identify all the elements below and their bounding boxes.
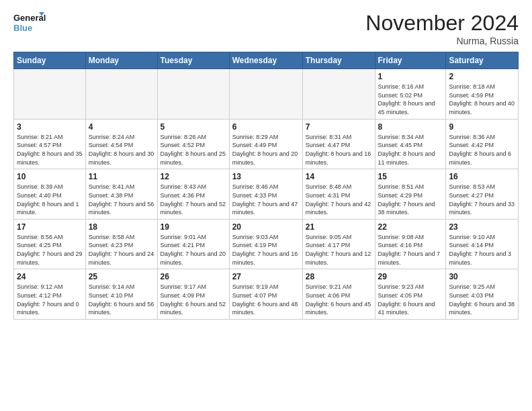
day-info: Sunrise: 8:29 AM Sunset: 4:49 PM Dayligh… bbox=[232, 133, 300, 167]
day-info: Sunrise: 8:39 AM Sunset: 4:40 PM Dayligh… bbox=[17, 183, 83, 216]
table-row: 19Sunrise: 9:01 AM Sunset: 4:21 PM Dayli… bbox=[157, 219, 229, 269]
day-number: 10 bbox=[17, 171, 83, 182]
table-row: 22Sunrise: 9:08 AM Sunset: 4:16 PM Dayli… bbox=[375, 219, 446, 269]
day-number: 17 bbox=[17, 222, 83, 232]
day-number: 24 bbox=[17, 271, 83, 282]
table-row: 24Sunrise: 9:12 AM Sunset: 4:12 PM Dayli… bbox=[14, 269, 86, 320]
day-info: Sunrise: 8:34 AM Sunset: 4:45 PM Dayligh… bbox=[378, 133, 443, 167]
day-number: 9 bbox=[449, 122, 515, 132]
day-info: Sunrise: 8:43 AM Sunset: 4:36 PM Dayligh… bbox=[161, 183, 226, 216]
col-tuesday: Tuesday bbox=[157, 52, 229, 69]
day-info: Sunrise: 9:10 AM Sunset: 4:14 PM Dayligh… bbox=[449, 233, 515, 267]
day-number: 20 bbox=[232, 222, 300, 232]
day-info: Sunrise: 8:26 AM Sunset: 4:52 PM Dayligh… bbox=[161, 133, 226, 167]
day-info: Sunrise: 8:21 AM Sunset: 4:57 PM Dayligh… bbox=[17, 133, 83, 167]
day-number: 13 bbox=[232, 171, 300, 182]
day-number: 12 bbox=[161, 171, 226, 182]
calendar-week-row: 17Sunrise: 8:56 AM Sunset: 4:25 PM Dayli… bbox=[14, 219, 519, 269]
day-info: Sunrise: 9:05 AM Sunset: 4:17 PM Dayligh… bbox=[306, 233, 372, 267]
table-row bbox=[14, 69, 86, 120]
day-number: 6 bbox=[232, 122, 300, 132]
table-row: 21Sunrise: 9:05 AM Sunset: 4:17 PM Dayli… bbox=[302, 219, 375, 269]
table-row: 10Sunrise: 8:39 AM Sunset: 4:40 PM Dayli… bbox=[14, 169, 86, 220]
table-row: 1Sunrise: 8:16 AM Sunset: 5:02 PM Daylig… bbox=[375, 69, 446, 120]
day-info: Sunrise: 8:41 AM Sunset: 4:38 PM Dayligh… bbox=[89, 183, 154, 216]
page-header: General Blue November 2024 Nurma, Russia bbox=[13, 11, 519, 46]
day-number: 19 bbox=[161, 222, 226, 232]
table-row bbox=[85, 69, 157, 120]
title-block: November 2024 Nurma, Russia bbox=[365, 11, 519, 46]
day-info: Sunrise: 9:23 AM Sunset: 4:05 PM Dayligh… bbox=[378, 283, 443, 316]
day-number: 23 bbox=[449, 222, 515, 232]
table-row bbox=[229, 69, 302, 120]
day-info: Sunrise: 9:01 AM Sunset: 4:21 PM Dayligh… bbox=[161, 233, 226, 267]
day-number: 27 bbox=[232, 271, 300, 282]
table-row: 26Sunrise: 9:17 AM Sunset: 4:09 PM Dayli… bbox=[157, 269, 229, 320]
calendar-week-row: 10Sunrise: 8:39 AM Sunset: 4:40 PM Dayli… bbox=[14, 169, 519, 220]
day-info: Sunrise: 8:18 AM Sunset: 4:59 PM Dayligh… bbox=[449, 83, 515, 116]
calendar-week-row: 1Sunrise: 8:16 AM Sunset: 5:02 PM Daylig… bbox=[14, 69, 519, 120]
day-number: 28 bbox=[306, 271, 372, 282]
day-number: 3 bbox=[17, 122, 83, 132]
calendar-week-row: 24Sunrise: 9:12 AM Sunset: 4:12 PM Dayli… bbox=[14, 269, 519, 320]
day-info: Sunrise: 9:12 AM Sunset: 4:12 PM Dayligh… bbox=[17, 283, 83, 316]
day-number: 15 bbox=[378, 171, 443, 182]
day-info: Sunrise: 8:36 AM Sunset: 4:42 PM Dayligh… bbox=[449, 133, 515, 167]
day-number: 29 bbox=[378, 271, 443, 282]
day-number: 25 bbox=[89, 271, 154, 282]
logo: General Blue bbox=[13, 11, 47, 35]
table-row: 3Sunrise: 8:21 AM Sunset: 4:57 PM Daylig… bbox=[14, 119, 86, 169]
day-info: Sunrise: 8:53 AM Sunset: 4:27 PM Dayligh… bbox=[449, 183, 515, 216]
calendar-table: Sunday Monday Tuesday Wednesday Thursday… bbox=[13, 52, 519, 320]
day-info: Sunrise: 9:03 AM Sunset: 4:19 PM Dayligh… bbox=[232, 233, 300, 267]
day-info: Sunrise: 9:19 AM Sunset: 4:07 PM Dayligh… bbox=[232, 283, 300, 316]
table-row bbox=[157, 69, 229, 120]
location: Nurma, Russia bbox=[365, 36, 519, 46]
day-number: 7 bbox=[306, 122, 372, 132]
day-number: 5 bbox=[161, 122, 226, 132]
day-number: 1 bbox=[378, 71, 443, 82]
day-number: 22 bbox=[378, 222, 443, 232]
calendar-week-row: 3Sunrise: 8:21 AM Sunset: 4:57 PM Daylig… bbox=[14, 119, 519, 169]
calendar-header-row: Sunday Monday Tuesday Wednesday Thursday… bbox=[14, 52, 519, 69]
table-row: 23Sunrise: 9:10 AM Sunset: 4:14 PM Dayli… bbox=[446, 219, 519, 269]
day-number: 2 bbox=[449, 71, 515, 82]
table-row: 16Sunrise: 8:53 AM Sunset: 4:27 PM Dayli… bbox=[446, 169, 519, 220]
day-info: Sunrise: 8:58 AM Sunset: 4:23 PM Dayligh… bbox=[89, 233, 154, 267]
day-info: Sunrise: 9:21 AM Sunset: 4:06 PM Dayligh… bbox=[306, 283, 372, 316]
day-info: Sunrise: 8:24 AM Sunset: 4:54 PM Dayligh… bbox=[89, 133, 154, 167]
table-row: 4Sunrise: 8:24 AM Sunset: 4:54 PM Daylig… bbox=[85, 119, 157, 169]
day-number: 8 bbox=[378, 122, 443, 132]
table-row: 14Sunrise: 8:48 AM Sunset: 4:31 PM Dayli… bbox=[302, 169, 375, 220]
table-row: 18Sunrise: 8:58 AM Sunset: 4:23 PM Dayli… bbox=[85, 219, 157, 269]
day-info: Sunrise: 9:17 AM Sunset: 4:09 PM Dayligh… bbox=[161, 283, 226, 316]
table-row: 9Sunrise: 8:36 AM Sunset: 4:42 PM Daylig… bbox=[446, 119, 519, 169]
day-info: Sunrise: 8:48 AM Sunset: 4:31 PM Dayligh… bbox=[306, 183, 372, 216]
table-row: 27Sunrise: 9:19 AM Sunset: 4:07 PM Dayli… bbox=[229, 269, 302, 320]
table-row: 11Sunrise: 8:41 AM Sunset: 4:38 PM Dayli… bbox=[85, 169, 157, 220]
table-row: 20Sunrise: 9:03 AM Sunset: 4:19 PM Dayli… bbox=[229, 219, 302, 269]
table-row: 15Sunrise: 8:51 AM Sunset: 4:29 PM Dayli… bbox=[375, 169, 446, 220]
table-row: 30Sunrise: 9:25 AM Sunset: 4:03 PM Dayli… bbox=[446, 269, 519, 320]
svg-text:Blue: Blue bbox=[13, 23, 32, 33]
day-info: Sunrise: 9:25 AM Sunset: 4:03 PM Dayligh… bbox=[449, 283, 515, 316]
day-info: Sunrise: 9:14 AM Sunset: 4:10 PM Dayligh… bbox=[89, 283, 154, 316]
day-info: Sunrise: 9:08 AM Sunset: 4:16 PM Dayligh… bbox=[378, 233, 443, 267]
day-info: Sunrise: 8:16 AM Sunset: 5:02 PM Dayligh… bbox=[378, 83, 443, 116]
day-info: Sunrise: 8:51 AM Sunset: 4:29 PM Dayligh… bbox=[378, 183, 443, 216]
day-info: Sunrise: 8:56 AM Sunset: 4:25 PM Dayligh… bbox=[17, 233, 83, 267]
day-number: 26 bbox=[161, 271, 226, 282]
table-row: 7Sunrise: 8:31 AM Sunset: 4:47 PM Daylig… bbox=[302, 119, 375, 169]
table-row: 2Sunrise: 8:18 AM Sunset: 4:59 PM Daylig… bbox=[446, 69, 519, 120]
col-wednesday: Wednesday bbox=[229, 52, 302, 69]
table-row: 6Sunrise: 8:29 AM Sunset: 4:49 PM Daylig… bbox=[229, 119, 302, 169]
table-row: 8Sunrise: 8:34 AM Sunset: 4:45 PM Daylig… bbox=[375, 119, 446, 169]
table-row: 29Sunrise: 9:23 AM Sunset: 4:05 PM Dayli… bbox=[375, 269, 446, 320]
month-title: November 2024 bbox=[365, 11, 519, 36]
day-number: 4 bbox=[89, 122, 154, 132]
table-row: 12Sunrise: 8:43 AM Sunset: 4:36 PM Dayli… bbox=[157, 169, 229, 220]
table-row: 5Sunrise: 8:26 AM Sunset: 4:52 PM Daylig… bbox=[157, 119, 229, 169]
col-saturday: Saturday bbox=[446, 52, 519, 69]
day-info: Sunrise: 8:46 AM Sunset: 4:33 PM Dayligh… bbox=[232, 183, 300, 216]
day-number: 16 bbox=[449, 171, 515, 182]
